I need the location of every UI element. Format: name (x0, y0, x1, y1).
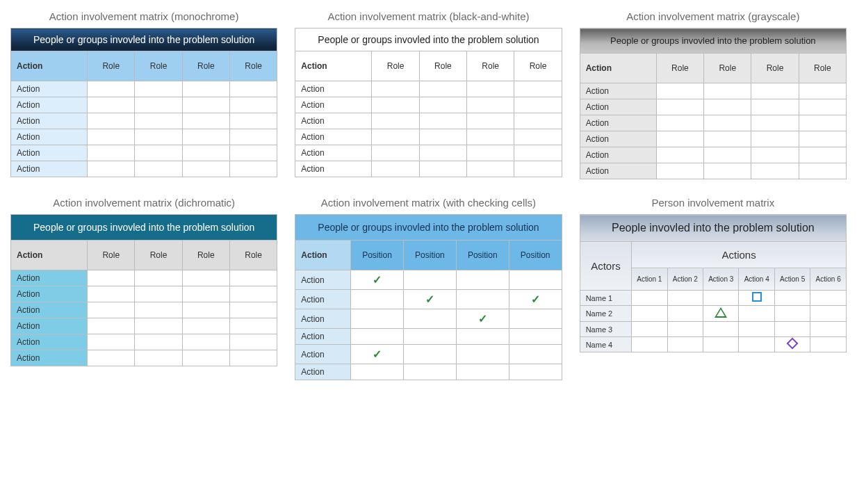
data-cell (509, 309, 562, 329)
data-cell (667, 337, 703, 352)
table-row: Name 3 (580, 322, 846, 337)
data-cell (632, 322, 667, 337)
actor-name: Name 2 (580, 306, 631, 322)
action-row-label: Action (295, 81, 372, 97)
data-cell (704, 99, 751, 115)
role-column-header: Role (229, 241, 277, 270)
data-cell (514, 97, 562, 113)
data-cell (182, 97, 229, 113)
action-row-label: Action (11, 129, 88, 145)
data-cell (751, 115, 799, 131)
data-cell (403, 309, 456, 329)
action-row-label: Action (580, 163, 656, 179)
table-row: Action (580, 99, 846, 115)
table-row: Action (11, 302, 277, 318)
data-cell (467, 161, 514, 177)
role-column-header: Role (88, 51, 135, 81)
position-column-header: Position (403, 241, 456, 270)
data-cell: ✓ (456, 309, 509, 329)
data-cell (182, 286, 229, 302)
data-cell (88, 286, 135, 302)
data-cell (656, 115, 703, 131)
action-row-label: Action (11, 97, 88, 113)
table-row: Action (295, 145, 562, 161)
table-row: Action (580, 115, 846, 131)
role-column-header: Role (514, 51, 562, 81)
actions-group-header: Actions (632, 242, 847, 268)
data-cell (403, 345, 456, 364)
data-cell (372, 113, 419, 129)
data-cell (704, 115, 751, 131)
data-cell (135, 161, 182, 177)
data-cell (135, 113, 182, 129)
data-cell (182, 161, 229, 177)
table-row: Action (11, 113, 277, 129)
matrix-header: People or groups invovled into the probl… (11, 29, 277, 51)
role-column-header: Role (656, 54, 703, 83)
action-row-label: Action (11, 161, 88, 177)
data-cell (88, 129, 135, 145)
role-column-header: Role (467, 51, 514, 81)
panel-title: Action involvement matrix (monochrome) (10, 10, 277, 22)
matrix-header: People or groups invovled into the probl… (580, 29, 846, 54)
table-row: Name 4 (580, 337, 846, 352)
data-cell (467, 81, 514, 97)
data-cell (456, 329, 509, 345)
data-cell (419, 129, 466, 145)
data-cell (514, 129, 562, 145)
table-row: Action (11, 270, 277, 286)
action-column-header: Action 2 (667, 268, 703, 291)
data-cell (229, 318, 277, 334)
action-column-header: Action (11, 51, 88, 81)
data-cell (656, 99, 703, 115)
table-row: Name 2 (580, 306, 846, 322)
data-cell (799, 99, 846, 115)
actor-name: Name 3 (580, 322, 631, 337)
data-cell (182, 145, 229, 161)
matrix-header: People invovled into the problem solutio… (580, 215, 846, 242)
action-row-label: Action (580, 147, 656, 163)
action-row-label: Action (580, 99, 656, 115)
position-column-header: Position (351, 241, 404, 270)
data-cell (632, 337, 667, 352)
data-cell (182, 334, 229, 350)
data-cell (739, 291, 774, 306)
role-column-header: Role (88, 241, 135, 270)
data-cell (135, 334, 182, 350)
role-column-header: Role (704, 54, 751, 83)
data-cell (456, 290, 509, 309)
data-cell (799, 131, 846, 147)
data-cell (182, 113, 229, 129)
data-cell (514, 145, 562, 161)
role-column-header: Role (230, 51, 277, 81)
data-cell (751, 99, 799, 115)
check-icon: ✓ (478, 313, 487, 325)
table-row: Action (580, 83, 846, 99)
data-cell (703, 322, 739, 337)
data-cell (419, 113, 466, 129)
data-cell (751, 131, 799, 147)
data-cell (704, 163, 751, 179)
action-row-label: Action (295, 145, 372, 161)
panel-black-and-white: Action involvement matrix (black-and-whi… (295, 10, 562, 179)
data-cell (372, 129, 419, 145)
matrix-header: People or groups invovled into the probl… (295, 29, 562, 51)
data-cell (135, 129, 182, 145)
table-row: Action (11, 318, 277, 334)
panel-dichromatic: Action involvement matrix (dichromatic) … (10, 197, 277, 380)
panel-title: Action involvement matrix (grayscale) (580, 10, 847, 22)
action-column-header: Action (295, 51, 372, 81)
data-cell (135, 97, 182, 113)
check-icon: ✓ (531, 293, 540, 305)
data-cell (135, 286, 182, 302)
position-column-header: Position (456, 241, 509, 270)
role-column-header: Role (135, 241, 182, 270)
data-cell (372, 81, 419, 97)
panel-grayscale: Action involvement matrix (grayscale) Pe… (580, 10, 847, 179)
action-row-label: Action (11, 113, 88, 129)
data-cell (88, 334, 135, 350)
data-cell (656, 131, 703, 147)
data-cell: ✓ (509, 290, 562, 309)
data-cell (135, 318, 182, 334)
data-cell (667, 306, 703, 322)
